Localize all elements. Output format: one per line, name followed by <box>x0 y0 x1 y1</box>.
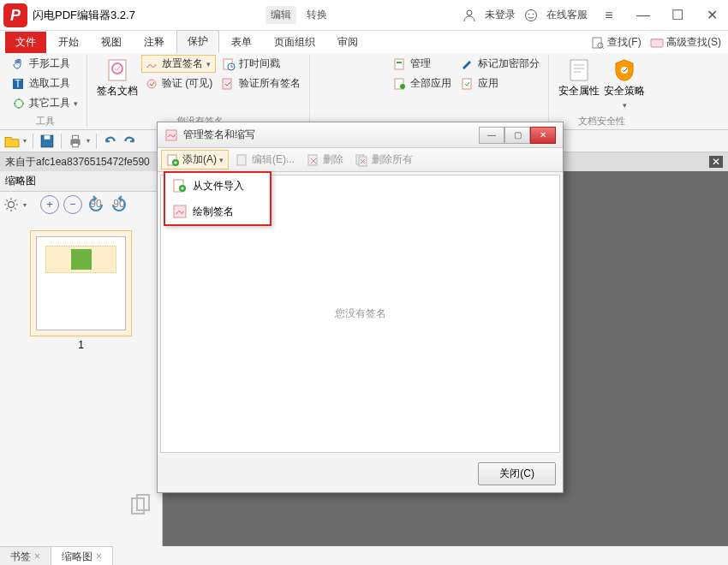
svg-text:90: 90 <box>113 198 125 210</box>
minimize-button[interactable]: ― <box>630 8 656 23</box>
svg-rect-27 <box>73 143 79 147</box>
dialog-minimize[interactable]: ― <box>479 127 504 144</box>
svg-point-22 <box>621 67 628 74</box>
svg-rect-20 <box>462 79 471 89</box>
menu-button[interactable]: ≡ <box>596 8 622 23</box>
tab-bar: 文件 开始 视图 注释 保护 表单 页面组织 审阅 查找(F) 高级查找(S) <box>0 31 728 53</box>
thumbnail-panel: 缩略图 ▾ + − 90 90 1 <box>0 171 163 546</box>
tab-page-org[interactable]: 页面组织 <box>264 32 325 53</box>
tab-review[interactable]: 审阅 <box>327 32 368 53</box>
dialog-icon <box>164 128 178 142</box>
tab-thumbnail[interactable]: 缩略图× <box>51 547 113 565</box>
copy-pages-icon[interactable] <box>128 493 152 517</box>
gear-icon[interactable] <box>3 197 19 212</box>
save-icon[interactable] <box>39 134 55 149</box>
manage-button[interactable]: 管理 <box>390 55 455 73</box>
document-name: 来自于afc1ea8376515472fe590 <box>5 155 150 170</box>
verify-all-button[interactable]: 验证所有签名 <box>218 74 304 92</box>
svg-rect-36 <box>237 155 246 165</box>
security-prop-button[interactable]: 安全属性 <box>558 55 600 113</box>
svg-text:T: T <box>15 78 21 90</box>
mode-convert[interactable]: 转换 <box>301 6 332 24</box>
add-from-file[interactable]: 从文件导入 <box>165 173 270 199</box>
title-bar: P 闪电PDF编辑器3.2.7 编辑 转换 未登录 在线客服 ≡ ― ☐ ✕ <box>0 0 728 31</box>
hand-tool[interactable]: 手形工具 <box>9 55 81 73</box>
svg-rect-6 <box>651 39 663 47</box>
ribbon: 手形工具 T选取工具 其它工具 ▾ 工具 签名文档 放置签名 ▾ 验证 (可见)… <box>0 53 728 130</box>
empty-text: 您没有签名 <box>335 306 386 321</box>
add-button[interactable]: 添加(A)▾ <box>161 150 229 170</box>
timestamp-button[interactable]: 打时间戳 <box>218 55 304 73</box>
print-icon[interactable] <box>68 134 83 149</box>
bottom-tabs: 书签× 缩略图× <box>0 546 113 565</box>
security-policy-button[interactable]: 安全策略 ▾ <box>603 55 646 113</box>
add-dropdown: 从文件导入 绘制签名 <box>164 171 272 226</box>
maximize-button[interactable]: ☐ <box>665 7 690 23</box>
edit-button[interactable]: 编辑(E)... <box>230 150 300 170</box>
svg-point-0 <box>467 10 472 15</box>
page-number: 1 <box>30 336 132 351</box>
page-thumbnail[interactable] <box>30 230 132 336</box>
zoom-in-icon[interactable]: + <box>40 195 59 214</box>
dialog-title: 管理签名和缩写 <box>183 128 479 142</box>
smile-icon <box>524 9 538 22</box>
thumb-header: 缩略图 <box>0 171 162 192</box>
tab-view[interactable]: 视图 <box>91 32 132 53</box>
svg-rect-17 <box>397 62 402 63</box>
tab-annotate[interactable]: 注释 <box>134 32 175 53</box>
tools-group-label: 工具 <box>9 113 81 128</box>
online-service[interactable]: 在线客服 <box>546 8 588 22</box>
tab-form[interactable]: 表单 <box>221 32 262 53</box>
svg-rect-21 <box>570 60 588 80</box>
delete-button[interactable]: 删除 <box>301 150 349 170</box>
select-tool[interactable]: T选取工具 <box>9 74 81 92</box>
svg-rect-15 <box>223 79 231 89</box>
add-draw-signature[interactable]: 绘制签名 <box>165 199 270 224</box>
sign-doc-button[interactable]: 签名文档 <box>96 55 139 113</box>
login-status[interactable]: 未登录 <box>485 8 516 22</box>
open-icon[interactable] <box>4 134 20 149</box>
svg-point-3 <box>533 13 534 15</box>
leaf-icon <box>71 249 92 270</box>
zoom-out-icon[interactable]: − <box>63 195 82 214</box>
svg-point-12 <box>147 80 156 88</box>
dialog-close-x[interactable]: ✕ <box>530 127 556 144</box>
dialog-close-button[interactable]: 关闭(C) <box>478 462 556 485</box>
doc-close-icon[interactable]: ✕ <box>709 156 723 168</box>
tab-file[interactable]: 文件 <box>5 32 46 53</box>
mode-edit[interactable]: 编辑 <box>266 6 296 24</box>
apply-all-button[interactable]: 全部应用 <box>390 74 455 92</box>
delete-all-button[interactable]: 删除所有 <box>350 150 418 170</box>
svg-point-1 <box>526 9 537 21</box>
dialog-maximize[interactable]: ▢ <box>504 127 530 144</box>
tab-bookmark[interactable]: 书签× <box>0 547 51 565</box>
app-title: 闪电PDF编辑器3.2.7 <box>33 8 135 23</box>
svg-point-2 <box>528 13 530 15</box>
close-button[interactable]: ✕ <box>699 7 725 23</box>
svg-point-19 <box>400 84 405 89</box>
rotate-right-icon[interactable]: 90 <box>110 195 128 214</box>
mark-encrypt-button[interactable]: 标记加密部分 <box>457 55 543 73</box>
svg-rect-16 <box>395 59 403 69</box>
find-label: 查找(F) <box>607 36 641 48</box>
undo-icon[interactable] <box>103 134 118 149</box>
apply-button[interactable]: 应用 <box>457 74 543 92</box>
user-icon <box>462 9 476 22</box>
svg-text:90: 90 <box>90 198 102 210</box>
svg-point-28 <box>9 202 15 208</box>
verify-button[interactable]: 验证 (可见) <box>141 74 216 92</box>
adv-find-label: 高级查找(S) <box>666 36 721 48</box>
svg-rect-24 <box>45 135 51 140</box>
find-button[interactable]: 查找(F) <box>591 35 641 50</box>
adv-find-button[interactable]: 高级查找(S) <box>650 35 721 50</box>
place-sign-button[interactable]: 放置签名 ▾ <box>141 55 216 73</box>
app-logo: P <box>3 3 27 27</box>
rotate-left-icon[interactable]: 90 <box>87 195 105 214</box>
svg-rect-26 <box>73 135 79 140</box>
tab-start[interactable]: 开始 <box>48 32 89 53</box>
security-group-label: 文档安全性 <box>558 113 646 128</box>
tab-protect[interactable]: 保护 <box>176 30 219 53</box>
other-tools[interactable]: 其它工具 ▾ <box>9 94 81 112</box>
redo-icon[interactable] <box>122 134 137 149</box>
